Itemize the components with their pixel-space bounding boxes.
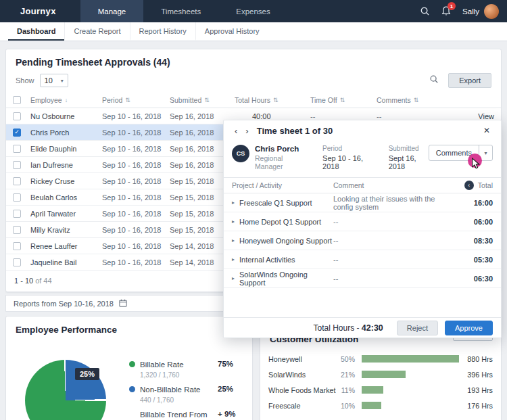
row-period: Sep 10 - 16, 2018 bbox=[102, 242, 170, 250]
page-size-select[interactable]: 10 ▾ bbox=[40, 74, 68, 87]
expand-caret-icon[interactable]: ▸ bbox=[232, 200, 235, 206]
tab-report-history[interactable]: Report History bbox=[130, 22, 195, 41]
mouse-cursor bbox=[471, 158, 481, 169]
user-menu[interactable]: Sally bbox=[462, 4, 499, 19]
view-link[interactable]: View bbox=[478, 112, 494, 120]
employee-name: Milly Kravitz bbox=[30, 226, 102, 234]
employee-avatar: CS bbox=[232, 145, 249, 162]
tab-dashboard[interactable]: Dashboard bbox=[8, 22, 64, 41]
row-period: Sep 10 - 16, 2018 bbox=[102, 129, 170, 137]
sort-icon: ⇅ bbox=[414, 97, 419, 103]
column-header-time-off[interactable]: Time Off⇅ bbox=[310, 96, 377, 104]
table-search-icon[interactable] bbox=[429, 74, 439, 87]
bell-icon[interactable]: 1 bbox=[441, 6, 451, 16]
row-checkbox[interactable]: ✓ bbox=[13, 129, 21, 137]
legend-label: Billable Rate bbox=[140, 360, 213, 370]
expand-caret-icon[interactable]: ▸ bbox=[232, 256, 235, 262]
calendar-icon[interactable] bbox=[119, 299, 127, 308]
total-hours: Total Hours - 42:30 bbox=[313, 323, 383, 333]
employee-name: Chris Porch bbox=[30, 129, 102, 137]
employee-performance-title: Employee Performance bbox=[6, 317, 252, 343]
next-timesheet-icon[interactable]: › bbox=[243, 126, 251, 136]
customer-hours: 396 Hrs bbox=[459, 371, 493, 379]
row-period: Sep 10 - 16, 2018 bbox=[102, 226, 170, 234]
search-icon[interactable] bbox=[420, 6, 430, 16]
row-submitted: Sep 16, 2018 bbox=[170, 112, 235, 120]
detail-row[interactable]: ▸Home Depot Q1 Support -- 06:00 bbox=[224, 212, 501, 231]
column-comment: Comment bbox=[333, 181, 441, 189]
detail-row[interactable]: ▸Honeywell Ongoing Support -- 08:30 bbox=[224, 231, 501, 250]
project-total: 06:00 bbox=[441, 218, 493, 226]
column-header-total-hours[interactable]: Total Hours⇅ bbox=[235, 96, 310, 104]
project-total: 06:30 bbox=[441, 275, 493, 283]
export-button[interactable]: Export bbox=[448, 73, 491, 88]
tab-create-report[interactable]: Create Report bbox=[64, 22, 129, 41]
close-icon[interactable]: ✕ bbox=[481, 124, 493, 137]
employee-name: April Tarwater bbox=[30, 210, 102, 218]
panel-header: ‹ › Time sheet 1 of 30 ✕ bbox=[224, 120, 501, 141]
project-comment: Looking at their issues with the config … bbox=[333, 195, 441, 211]
collapse-column-icon[interactable]: ‹ bbox=[464, 181, 474, 190]
row-checkbox[interactable]: ✓ bbox=[13, 161, 21, 169]
prev-timesheet-icon[interactable]: ‹ bbox=[232, 126, 240, 136]
project-comment: -- bbox=[333, 256, 441, 264]
expand-caret-icon[interactable]: ▸ bbox=[232, 275, 235, 281]
detail-row[interactable]: ▸Internal Activities -- 05:30 bbox=[224, 250, 501, 269]
customer-pct: 21% bbox=[336, 371, 355, 379]
expand-caret-icon[interactable]: ▸ bbox=[232, 218, 235, 225]
top-navbar: Journyx Manage Timesheets Expenses 1 Sal… bbox=[0, 0, 507, 22]
app-logo[interactable]: Journyx bbox=[20, 0, 56, 22]
submitted-value: Sept 16, 2018 bbox=[389, 154, 429, 170]
column-header-comments[interactable]: Comments⇅ bbox=[377, 96, 471, 104]
column-header-period[interactable]: Period⇅ bbox=[102, 96, 170, 104]
legend-sub: 1,320 / 1,760 bbox=[140, 371, 244, 379]
row-checkbox[interactable]: ✓ bbox=[13, 112, 21, 120]
row-period: Sep 10 - 16, 2018 bbox=[102, 112, 170, 120]
nav-manage[interactable]: Manage bbox=[80, 0, 144, 22]
row-period: Sep 10 - 16, 2018 bbox=[102, 258, 170, 266]
period-block: Period Sep 10 - 16, 2018 bbox=[322, 145, 374, 170]
legend-sub: 440 / 1,760 bbox=[140, 396, 244, 404]
row-period: Sep 10 - 16, 2018 bbox=[102, 210, 170, 218]
project-name: Honeywell Ongoing Support bbox=[239, 237, 332, 245]
reports-range-bar[interactable]: Reports from Sep 10-16, 2018 bbox=[5, 295, 254, 312]
column-header-submitted[interactable]: Submitted⇅ bbox=[170, 96, 235, 104]
panel-footer: Total Hours - 42:30 Reject Approve bbox=[224, 317, 501, 337]
comments-dropdown-button[interactable]: Comments ▾ bbox=[429, 145, 493, 161]
customer-name: Freescale bbox=[268, 402, 336, 410]
tab-approval-history[interactable]: Approval History bbox=[195, 22, 268, 41]
nav-expenses[interactable]: Expenses bbox=[218, 0, 288, 22]
table-header: ✓ Employee↓ Period⇅ Submitted⇅ Total Hou… bbox=[6, 92, 501, 108]
row-checkbox[interactable]: ✓ bbox=[13, 193, 21, 202]
row-checkbox[interactable]: ✓ bbox=[13, 145, 21, 153]
detail-row[interactable]: ▸SolarWinds Ongoing Support -- 06:30 bbox=[224, 269, 501, 288]
row-checkbox[interactable]: ✓ bbox=[13, 226, 21, 234]
expand-caret-icon[interactable]: ▸ bbox=[232, 237, 235, 243]
reject-button[interactable]: Reject bbox=[397, 321, 438, 335]
project-total: 16:00 bbox=[441, 199, 493, 207]
employee-name: Ian Dufresne bbox=[30, 161, 102, 169]
project-name: Freescale Q1 Support bbox=[239, 199, 312, 207]
column-header-employee[interactable]: Employee↓ bbox=[30, 96, 102, 104]
approve-button[interactable]: Approve bbox=[445, 321, 493, 335]
nav-timesheets[interactable]: Timesheets bbox=[143, 0, 218, 22]
employee-name: Nu Osbourne bbox=[30, 112, 102, 120]
select-all-checkbox[interactable]: ✓ bbox=[13, 96, 21, 104]
total-hours-value: 42:30 bbox=[362, 323, 383, 333]
row-checkbox[interactable]: ✓ bbox=[13, 258, 21, 266]
detail-row[interactable]: ▸Freescale Q1 Support Looking at their i… bbox=[224, 193, 501, 212]
legend-item: Billable Trend From Last Week + 9% bbox=[129, 410, 244, 420]
detail-employee-name: Chris Porch bbox=[255, 145, 305, 153]
submitted-label: Submitted bbox=[389, 145, 429, 152]
row-checkbox[interactable]: ✓ bbox=[13, 210, 21, 218]
detail-employee-role: Regional Manager bbox=[255, 154, 305, 170]
row-checkbox[interactable]: ✓ bbox=[13, 177, 21, 185]
total-hours-label: Total Hours - bbox=[313, 323, 359, 333]
pagination-total: of 44 bbox=[35, 277, 51, 285]
utilization-row: Freescale 10% 176 Hrs bbox=[268, 400, 493, 411]
row-checkbox[interactable]: ✓ bbox=[13, 242, 21, 250]
project-name: SolarWinds Ongoing Support bbox=[239, 271, 333, 287]
utilization-bar bbox=[362, 386, 383, 394]
employee-block: Chris Porch Regional Manager bbox=[255, 145, 305, 170]
project-name: Home Depot Q1 Support bbox=[239, 218, 321, 226]
